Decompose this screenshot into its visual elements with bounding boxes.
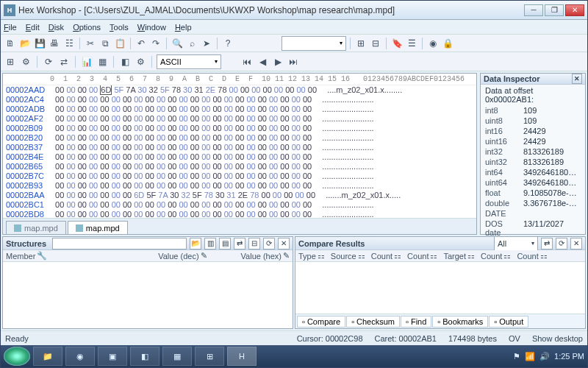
menu-tools[interactable]: Tools <box>110 23 129 32</box>
result-tab-find[interactable]: ▫Find <box>401 316 431 328</box>
refresh-struct-icon[interactable]: ⟳ <box>263 238 275 250</box>
edit-struct-icon[interactable]: ▤ <box>219 238 231 250</box>
prev-icon[interactable]: ◀ <box>256 55 269 68</box>
calc-icon[interactable]: ⊞ <box>4 55 17 68</box>
menu-disk[interactable]: Disk <box>49 23 64 32</box>
hex-row[interactable]: 00002AF2 00 00 00 00 00 00 00 00 00 00 0… <box>3 114 476 124</box>
inspector-row[interactable]: float9.1085078e-010 <box>481 188 585 198</box>
menu-help[interactable]: Help <box>175 23 192 32</box>
tray-network-icon[interactable]: 📶 <box>525 352 535 361</box>
structures-body[interactable] <box>3 262 293 328</box>
compare-col[interactable]: Type ⚏ <box>298 251 325 261</box>
result-tab-checksum[interactable]: ▫Checksum <box>346 316 400 328</box>
paste-icon[interactable]: 📋 <box>113 37 126 50</box>
open-file-icon[interactable]: 📂 <box>18 37 32 50</box>
last-icon[interactable]: ⏭ <box>287 55 300 68</box>
compare-col[interactable]: Count ⚏ <box>517 251 547 261</box>
hex-row[interactable]: 00002B7C 00 00 00 00 00 00 00 00 00 00 0… <box>3 171 476 181</box>
goto-icon[interactable]: ➤ <box>200 37 213 50</box>
hex-row[interactable]: 00002BC1 00 00 00 00 00 00 00 00 00 00 0… <box>3 200 476 210</box>
menu-file[interactable]: File <box>4 23 17 32</box>
taskbar-app1-icon[interactable]: ▣ <box>98 347 127 366</box>
structures-icon[interactable]: ☰ <box>405 37 418 50</box>
copy-icon[interactable]: ⧉ <box>98 37 112 50</box>
properties-icon[interactable]: ☷ <box>62 37 76 50</box>
compare-col[interactable]: Source ⚏ <box>331 251 365 261</box>
hex-row[interactable]: 00002ADB 00 00 00 00 00 00 00 00 00 00 0… <box>3 105 476 114</box>
result-tab-compare[interactable]: ▫Compare <box>297 316 345 328</box>
taskbar-hexworkshop-icon[interactable]: H <box>227 347 257 366</box>
replace-icon[interactable]: ⌕ <box>185 37 198 50</box>
inspector-row[interactable]: uint643492646180192149... <box>481 177 585 188</box>
print-icon[interactable]: 🖶 <box>48 37 61 50</box>
compare-body[interactable] <box>295 262 585 314</box>
structures-close-icon[interactable]: ✕ <box>278 238 290 250</box>
menu-edit[interactable]: Edit <box>26 23 40 32</box>
hex-row[interactable]: 00002B65 00 00 00 00 00 00 00 00 00 00 0… <box>3 162 476 171</box>
delete-icon[interactable]: ⊟ <box>369 37 382 50</box>
inspector-row[interactable]: uint1624429 <box>481 136 585 146</box>
compare-col[interactable]: Count ⚏ <box>371 251 401 261</box>
taskbar-chrome-icon[interactable]: ◉ <box>65 347 95 366</box>
grid-icon[interactable]: ▦ <box>96 55 109 68</box>
menu-options[interactable]: Options <box>73 23 101 32</box>
remove-struct-icon[interactable]: ⊟ <box>248 238 260 250</box>
taskbar-app2-icon[interactable]: ◧ <box>130 347 159 366</box>
system-tray[interactable]: ⚑ 📶 🔊 1:25 PM <box>513 352 584 361</box>
file-tab[interactable]: map.mpd <box>68 221 128 234</box>
taskbar-clock[interactable]: 1:25 PM <box>554 353 584 361</box>
bookmark-icon[interactable]: 🔖 <box>390 37 404 50</box>
hex-row[interactable]: 00002AC4 00 00 00 00 00 00 00 00 00 00 0… <box>3 95 476 105</box>
inspector-row[interactable]: uint32813326189 <box>481 157 585 167</box>
structures-select[interactable] <box>52 238 187 250</box>
hex-body[interactable]: 00002AAD 00 00 00 00 6D 5F 7A 30 32 5F 7… <box>3 85 476 218</box>
taskbar-app4-icon[interactable]: ⊞ <box>195 347 224 366</box>
help-icon[interactable]: ? <box>221 37 234 50</box>
new-file-icon[interactable]: 🗎 <box>4 37 17 50</box>
compare-col[interactable]: Count ⚏ <box>481 251 511 261</box>
hex-row[interactable]: 00002AAD 00 00 00 00 6D 5F 7A 30 32 5F 7… <box>3 85 476 95</box>
tray-sound-icon[interactable]: 🔊 <box>539 352 550 361</box>
link-struct-icon[interactable]: ⇄ <box>234 238 245 250</box>
compare-col[interactable]: Count ⚏ <box>407 251 437 261</box>
hex-row[interactable]: 00002BAA 00 00 00 00 00 00 00 6D 5F 7A 3… <box>3 191 476 200</box>
inspector-row[interactable]: int1624429 <box>481 126 585 136</box>
inspector-row[interactable]: uint8109 <box>481 116 585 126</box>
undo-icon[interactable]: ↶ <box>135 37 148 50</box>
cut-icon[interactable]: ✂ <box>84 37 97 50</box>
tray-flag-icon[interactable]: ⚑ <box>513 352 520 361</box>
next-icon[interactable]: ▶ <box>271 55 284 68</box>
hex-row[interactable]: 00002B20 00 00 00 00 00 00 00 00 00 00 0… <box>3 133 476 143</box>
inspector-close-icon[interactable]: ✕ <box>572 74 582 84</box>
open-struct-icon[interactable]: 📂 <box>190 238 201 250</box>
result-tab-bookmarks[interactable]: ▫Bookmarks <box>432 316 488 328</box>
hex-row[interactable]: 00002BD8 00 00 00 00 00 00 00 00 00 00 0… <box>3 210 476 218</box>
hex-row[interactable]: 00002B4E 00 00 00 00 00 00 00 00 00 00 0… <box>3 152 476 162</box>
add-struct-icon[interactable]: ▥ <box>204 238 216 250</box>
inspector-row[interactable]: int8109 <box>481 105 585 116</box>
compare-sync-icon[interactable]: ⇄ <box>541 238 553 250</box>
taskbar-explorer-icon[interactable]: 📁 <box>33 347 62 366</box>
show-desktop-button[interactable]: Show desktop <box>532 334 583 343</box>
compare-icon[interactable]: ⇄ <box>57 55 71 68</box>
inspector-row[interactable]: int643492646180192149... <box>481 167 585 177</box>
minimize-button[interactable]: ─ <box>524 4 543 16</box>
device-icon[interactable]: ◉ <box>426 37 440 50</box>
start-button[interactable] <box>4 347 30 366</box>
find-icon[interactable]: 🔍 <box>171 37 184 50</box>
encoding-select[interactable]: ASCII▾ <box>157 54 221 69</box>
taskbar-app3-icon[interactable]: ▦ <box>162 347 192 366</box>
settings-icon[interactable]: ⚙ <box>134 55 147 68</box>
close-button[interactable]: ✕ <box>565 4 584 16</box>
hex-editor[interactable]: 0 1 2 3 4 5 6 7 8 9 A B C D E F 10 11 12… <box>2 73 477 235</box>
inspector-row[interactable]: double3.3676718e-075 <box>481 198 585 208</box>
tool-icon[interactable]: ⚙ <box>19 55 32 68</box>
insert-icon[interactable]: ⊞ <box>354 37 368 50</box>
hex-row[interactable]: 00002B37 00 00 00 00 00 00 00 00 00 00 0… <box>3 143 476 152</box>
menu-window[interactable]: Window <box>137 23 166 32</box>
lock-icon[interactable]: 🔒 <box>441 37 454 50</box>
hex-row[interactable]: 00002B93 00 00 00 00 00 00 00 00 00 00 0… <box>3 181 476 191</box>
compare-close-icon[interactable]: ✕ <box>570 238 582 250</box>
first-icon[interactable]: ⏮ <box>240 55 254 68</box>
inspector-row[interactable]: DATE <box>481 208 585 219</box>
